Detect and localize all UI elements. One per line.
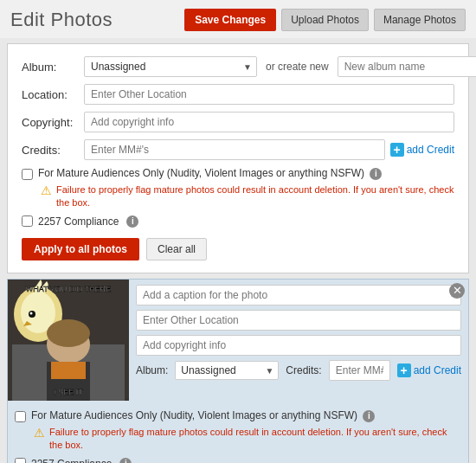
album-row: Album: Unassigned ▼ or create new — [22, 56, 454, 77]
add-credit-label: add Credit — [407, 144, 454, 156]
svg-rect-10 — [51, 362, 86, 379]
credits-label: Credits: — [22, 144, 84, 157]
photo-warning-row: ⚠ Failure to properly flag mature photos… — [34, 426, 461, 453]
photo-thumbnail: WHAT YOU DID THERE I SEE IT — [8, 280, 129, 401]
warning-text: Failure to properly flag mature photos c… — [56, 183, 454, 210]
photo-location-input[interactable] — [136, 310, 461, 331]
photo-add-credit-button[interactable]: + add Credit — [397, 363, 461, 377]
credits-field: + add Credit — [84, 139, 454, 160]
photo-bottom: For Mature Audiences Only (Nudity, Viole… — [8, 401, 468, 463]
credits-row: Credits: + add Credit — [22, 139, 454, 160]
location-label: Location: — [22, 88, 84, 101]
photo-credits-input[interactable] — [329, 360, 390, 381]
caption-input[interactable] — [136, 285, 461, 305]
photo-mature-label: For Mature Audiences Only (Nudity, Viole… — [31, 409, 375, 422]
action-buttons: Apply to all photos Clear all — [22, 238, 454, 260]
photo-warning-icon: ⚠ — [34, 426, 45, 440]
album-select-wrapper: Unassigned ▼ — [84, 56, 257, 77]
photo-album-label: Album: — [136, 364, 168, 376]
album-select[interactable]: Unassigned — [84, 56, 257, 77]
location-row: Location: — [22, 84, 454, 105]
page-title: Edit Photos — [10, 9, 113, 31]
mature-info-icon[interactable]: i — [370, 168, 382, 180]
svg-point-5 — [30, 312, 33, 314]
copyright-row: Copyright: — [22, 112, 454, 132]
close-photo-button[interactable]: ✕ — [449, 283, 465, 299]
new-album-input[interactable] — [338, 56, 476, 77]
svg-point-8 — [47, 319, 90, 347]
photo-copyright-input[interactable] — [136, 335, 461, 356]
svg-text:WHAT YOU DID THERE: WHAT YOU DID THERE — [26, 285, 111, 293]
svg-text:I SEE IT: I SEE IT — [54, 388, 83, 396]
compliance-row: 2257 Compliance i — [22, 215, 454, 228]
photo-plus-icon: + — [397, 363, 411, 377]
photo-item-inner: WHAT YOU DID THERE I SEE IT Album: Unass… — [8, 280, 468, 401]
photo-compliance-checkbox[interactable] — [15, 458, 26, 463]
manage-photos-button[interactable]: Manage Photos — [374, 9, 466, 31]
photo-compliance-info-icon[interactable]: i — [119, 458, 132, 463]
credits-controls: + add Credit — [84, 139, 454, 160]
photo-compliance-label: 2257 Compliance — [31, 458, 112, 463]
photo-mature-info-icon[interactable]: i — [363, 410, 375, 422]
photo-album-select-wrapper: Unassigned ▼ — [175, 361, 279, 380]
mature-checkbox[interactable] — [22, 169, 33, 180]
album-label: Album: — [22, 61, 84, 74]
copyright-field — [84, 112, 454, 132]
photo-album-credits: Album: Unassigned ▼ Credits: + add Credi… — [136, 360, 461, 381]
warning-row: ⚠ Failure to properly flag mature photos… — [41, 183, 454, 210]
photo-add-credit-label: add Credit — [414, 364, 461, 376]
page-wrapper: Edit Photos Save Changes Upload Photos M… — [0, 0, 476, 463]
copyright-input[interactable] — [84, 112, 454, 132]
album-controls: Unassigned ▼ or create new — [84, 56, 476, 77]
compliance-label: 2257 Compliance — [38, 215, 119, 228]
mature-checkbox-row: For Mature Audiences Only (Nudity, Viole… — [22, 167, 454, 180]
photo-fields: Album: Unassigned ▼ Credits: + add Credi… — [129, 280, 468, 401]
copyright-label: Copyright: — [22, 116, 84, 129]
warning-icon: ⚠ — [41, 183, 52, 197]
photo-credits-label: Credits: — [286, 364, 321, 376]
plus-icon: + — [390, 143, 404, 157]
photo-album-select[interactable]: Unassigned — [175, 361, 279, 380]
save-changes-button[interactable]: Save Changes — [184, 9, 276, 31]
credits-input[interactable] — [84, 139, 385, 160]
compliance-info-icon[interactable]: i — [126, 215, 138, 228]
compliance-checkbox[interactable] — [22, 215, 33, 227]
header-buttons: Save Changes Upload Photos Manage Photos — [184, 9, 466, 31]
meme-image: WHAT YOU DID THERE I SEE IT — [8, 280, 129, 401]
add-credit-button[interactable]: + add Credit — [390, 143, 454, 157]
apply-all-button[interactable]: Apply to all photos — [22, 238, 139, 260]
header: Edit Photos Save Changes Upload Photos M… — [0, 0, 476, 38]
photo-mature-checkbox[interactable] — [15, 411, 26, 422]
location-input[interactable] — [84, 84, 454, 105]
location-field — [84, 84, 454, 105]
or-create-label: or create new — [266, 61, 329, 73]
mature-label: For Mature Audiences Only (Nudity, Viole… — [38, 167, 382, 180]
edit-panel: Album: Unassigned ▼ or create new Locati… — [7, 43, 469, 273]
clear-all-button[interactable]: Clear all — [146, 238, 207, 260]
photo-item: ✕ — [7, 279, 469, 463]
photo-warning-text: Failure to properly flag mature photos c… — [49, 426, 461, 453]
upload-photos-button[interactable]: Upload Photos — [281, 9, 369, 31]
photo-compliance-row: 2257 Compliance i — [15, 458, 461, 463]
photo-mature-row: For Mature Audiences Only (Nudity, Viole… — [15, 409, 461, 422]
